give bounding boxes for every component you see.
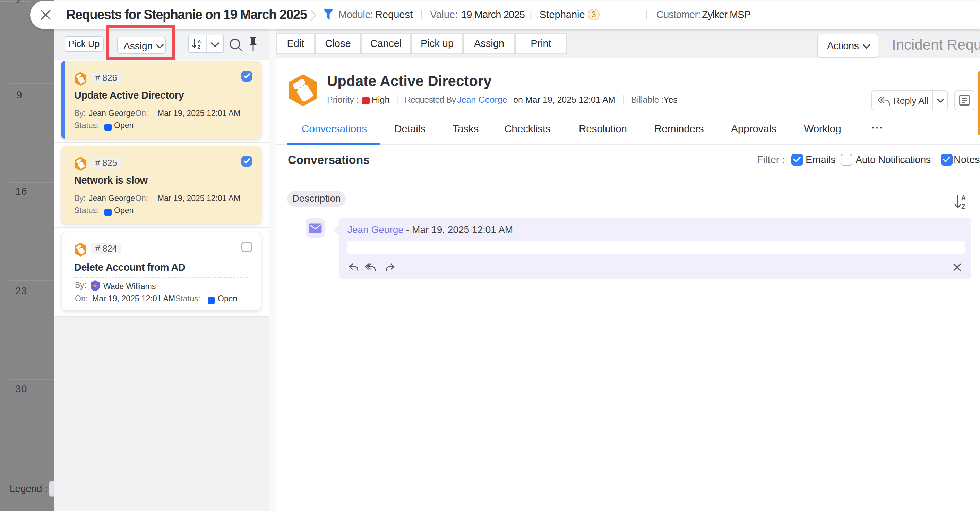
svg-text:Z: Z [198, 45, 200, 50]
svg-text:★: ★ [92, 283, 97, 289]
svg-text:A: A [961, 195, 966, 201]
svg-text:A: A [198, 39, 201, 44]
svg-text:Z: Z [961, 203, 965, 210]
